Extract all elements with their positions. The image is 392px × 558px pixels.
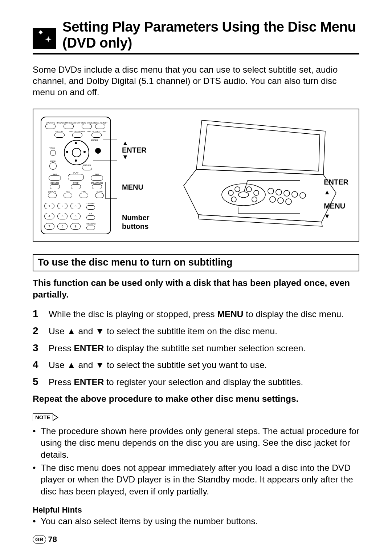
remote-row-top: OPERATE BACKLIGHT RGLOW OFF VIEW MODE VI… [44, 120, 107, 129]
down-arrow-icon: ▼ [324, 211, 348, 221]
section-heading: To use the disc menu to turn on subtitli… [33, 254, 359, 271]
remote-keypad: 1 2 3 C: REPEAT 4 5 6 A-B 7 8 9 PROGRAM [44, 202, 107, 231]
remote-transport-1: SKIP PLAY SKIP [44, 172, 107, 181]
hint-item: You can also select items by using the n… [33, 516, 359, 526]
svg-point-15 [286, 199, 291, 205]
up-arrow-icon: ▲ [122, 140, 169, 146]
disc-sparkle-icon [33, 28, 56, 49]
step-item: 4Use ▲ and ▼ to select the subtitle set … [33, 358, 359, 372]
step-item: 3Press ENTER to display the subtitle set… [33, 341, 359, 355]
svg-point-7 [231, 197, 236, 202]
player-callout-menu: MENU [324, 201, 348, 211]
svg-point-12 [300, 193, 306, 198]
svg-point-3 [235, 187, 240, 192]
player-illustration: ENTER ▲ MENU ▼ [180, 117, 351, 234]
player-callout-enter: ENTER [324, 177, 348, 187]
step-item: 5Press ENTER to register your selection … [33, 375, 359, 389]
down-arrow-icon: ▼ [122, 154, 169, 160]
remote-illustration: OPERATE BACKLIGHT RGLOW OFF VIEW MODE VI… [41, 117, 111, 234]
svg-point-13 [270, 197, 275, 202]
svg-point-0 [222, 184, 265, 206]
svg-point-11 [292, 191, 298, 197]
page-number: 78 [48, 535, 57, 544]
callout-enter: ENTER [122, 146, 169, 154]
diagram-frame: OPERATE BACKLIGHT RGLOW OFF VIEW MODE VI… [33, 109, 359, 242]
remote-row-2: VIRTUAL DIGITAL GAMMA DIGITAL S.PICTURE [44, 130, 107, 138]
page-title-row: Setting Play Parameters Using the Disc M… [33, 19, 359, 54]
helpful-hints-list: You can also select items by using the n… [33, 516, 359, 526]
notes-list: The procedure shown here provides only g… [33, 425, 359, 497]
step-item: 1While the disc is playing or stopped, p… [33, 307, 359, 321]
repeat-line: Repeat the above procedure to make other… [33, 394, 359, 404]
note-tag: NOTE [33, 413, 53, 421]
svg-point-8 [268, 188, 274, 194]
region-badge: GB [33, 535, 46, 544]
note-item: The disc menu does not appear immediatel… [33, 462, 359, 497]
svg-point-2 [228, 190, 233, 195]
svg-point-9 [276, 189, 282, 195]
svg-point-14 [278, 198, 283, 203]
precondition: This function can be used only with a di… [33, 277, 359, 300]
remote-transport-3: DISPLAY REV FWD SLOW [44, 191, 107, 198]
step-item: 2Use ▲ and ▼ to select the subtitle item… [33, 324, 359, 338]
callout-menu: MENU [122, 183, 169, 191]
svg-point-6 [252, 197, 257, 202]
remote-transport-2: RESUME STOP STILL/PAUSE [44, 182, 107, 189]
svg-point-1 [238, 192, 249, 198]
remote-callouts: ▲ ENTER ▼ MENU Number buttons [122, 133, 169, 231]
steps-list: 1While the disc is playing or stopped, p… [33, 307, 359, 389]
svg-point-10 [284, 190, 290, 196]
intro-paragraph: Some DVDs include a disc menu that you c… [33, 64, 359, 98]
up-arrow-icon: ▲ [324, 187, 348, 197]
page-footer: GB 78 [33, 535, 57, 544]
note-item: The procedure shown here provides only g… [33, 425, 359, 461]
svg-point-5 [254, 190, 259, 195]
svg-point-4 [246, 187, 252, 192]
page-title: Setting Play Parameters Using the Disc M… [62, 19, 359, 51]
remote-dpad: ENTER TITLE MENU RETURN [44, 140, 107, 170]
helpful-hints-title: Helpful Hints [33, 505, 359, 515]
callout-number-buttons: Number buttons [122, 213, 169, 231]
player-callouts: ENTER ▲ MENU ▼ [324, 177, 348, 221]
